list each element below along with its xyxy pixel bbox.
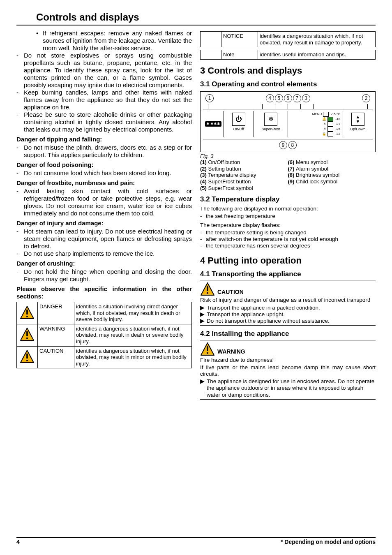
callout-2: 2 <box>362 94 370 102</box>
warning-label: WARNING <box>217 348 245 356</box>
figure-3-caption: Fig. 3 <box>200 153 376 160</box>
dash-marker: - <box>16 228 24 250</box>
hazard-label: WARNING <box>38 324 74 346</box>
hazard-label: CAUTION <box>38 346 74 368</box>
legend-item: (5) SuperFrost symbol <box>200 185 288 192</box>
danger-food-text: Do not consume food which has been store… <box>24 169 171 177</box>
onoff-label: On/Off <box>225 127 253 132</box>
legend-item: (7) Alarm symbol <box>288 166 376 172</box>
legend-item: (9) Child lock symbol <box>288 178 376 185</box>
danger-tipping-heading: Danger of tipping and falling: <box>16 136 192 143</box>
danger-crush-heading: Danger of crushing: <box>16 260 192 267</box>
s42-item-0: The appliance is designed for use in enc… <box>207 378 376 398</box>
s41-intro: Risk of injury and danger of damage as a… <box>200 297 376 303</box>
display-icon: 🔒 <box>322 132 326 136</box>
s41-item-0: Transport the appliance in a packed cond… <box>207 305 320 311</box>
hazard-label: NOTICE <box>221 32 258 47</box>
dash-marker: - <box>16 250 24 257</box>
hazard-desc: identifies a situation involving direct … <box>74 302 192 324</box>
temp-value: -25 <box>335 127 340 131</box>
legend-item: (3) Temperature display <box>200 172 288 178</box>
callout-1: 1 <box>205 94 214 102</box>
callout-5: 5 <box>275 94 283 102</box>
s42-body: If live parts or the mains lead become d… <box>200 364 376 377</box>
superfrost-label: SuperFrost <box>255 127 287 132</box>
arrow-marker: ▶ <box>200 378 207 398</box>
hazard-label: Note <box>221 50 258 60</box>
warning-rule-top <box>200 340 376 340</box>
danger-food-heading: Danger of food poisoning: <box>16 161 192 169</box>
callout-8: 8 <box>288 141 297 149</box>
dash-marker: - <box>200 213 206 220</box>
danger-crush-text: Do not hold the hinge when opening and c… <box>24 268 192 283</box>
hazard-table-right: NOTICEidentifies a dangerous situation w… <box>200 31 376 60</box>
temp-value: -32 <box>335 132 340 136</box>
dash-marker: - <box>200 236 206 243</box>
updown-icon: ▲▼ <box>351 113 364 126</box>
callout-6: 6 <box>284 94 292 102</box>
hazard-desc: identifies a dangerous situation which, … <box>258 32 376 47</box>
legend-item: (4) SuperFrost button <box>200 178 288 185</box>
s32-mid: The temperature display flashes: <box>200 222 376 229</box>
callout-9: 9 <box>279 141 287 149</box>
caution-label: CAUTION <box>217 289 244 296</box>
section-3-heading: 3 Controls and displays <box>200 65 376 76</box>
temp-row: 🔔-18 <box>291 117 340 122</box>
page-number: 4 <box>16 539 20 545</box>
danger-injury-heading: Danger of injury and damage: <box>16 220 192 227</box>
danger-frost-heading: Danger of frostbite, numbness and pain: <box>16 179 192 187</box>
arrow-marker: ▶ <box>200 318 207 324</box>
s32-l1-0: the set freezing temperature <box>206 213 275 220</box>
caution-row: CAUTION <box>200 282 376 296</box>
figure-3-diagram: 1 4 5 6 7 3 2 <box>200 91 376 152</box>
hazard-icon-cell <box>17 346 38 368</box>
left-dash-0: Do not store explosives or sprays using … <box>24 52 192 89</box>
danger-frost-text: Avoid lasting skin contact with cold sur… <box>24 187 192 217</box>
callout-3: 3 <box>302 94 310 102</box>
legend-item: (1) On/Off button <box>200 159 288 166</box>
left-dash-2: Please be sure to store alcoholic drinks… <box>24 111 192 133</box>
observe-heading: Please observe the specific information … <box>16 285 192 300</box>
s32-intro: The following are displayed in normal op… <box>200 206 376 212</box>
legend-item: (6) Menu symbol <box>288 159 376 166</box>
dash-marker: - <box>200 243 206 249</box>
power-icon: ⏻ <box>232 113 245 126</box>
dash-marker: - <box>16 111 24 133</box>
snowflake-icon: ❄ <box>264 113 277 126</box>
warning-triangle-icon <box>200 342 215 356</box>
dash-marker: - <box>200 229 206 236</box>
temp-row: ✳-21 <box>291 122 340 127</box>
warning-triangle-icon <box>20 305 35 319</box>
warning-triangle-icon <box>20 349 35 363</box>
refrigerant-bullet: • If refrigerant escapes: remove any nak… <box>36 30 192 52</box>
warning-triangle-icon <box>20 327 35 341</box>
temp-row: MENU-15 °C <box>291 112 340 117</box>
hazard-icon-cell <box>17 324 38 346</box>
footer: 4 * Depending on model and options <box>16 537 376 545</box>
callout-4: 4 <box>266 94 274 102</box>
left-column: • If refrigerant escapes: remove any nak… <box>16 30 192 400</box>
hazard-icon-cell <box>17 302 38 324</box>
temp-indicator-box <box>327 132 333 136</box>
hazard-table-left: DANGERidentifies a situation involving d… <box>16 302 192 368</box>
hazard-icon-cell <box>201 32 221 47</box>
hazard-desc: identifies useful information and tips. <box>258 50 376 60</box>
title-rule <box>16 25 376 25</box>
danger-tipping-text: Do not misuse the plinth, drawers, doors… <box>24 144 192 159</box>
arrow-marker: ▶ <box>200 311 207 318</box>
s41-item-2: Do not transport the appliance without a… <box>207 318 330 324</box>
arrow-marker: ▶ <box>200 305 207 311</box>
caution-rule-bottom <box>200 325 376 326</box>
s32-l2-2: the temperature has risen several degree… <box>206 243 310 249</box>
temp-indicator-box <box>323 112 329 117</box>
updown-label: Up/Down <box>344 127 372 132</box>
temp-value: -15 °C <box>331 112 340 116</box>
freezer-stars-icon: ✱ ✱✱✱ <box>205 121 222 127</box>
dash-marker: - <box>16 268 24 283</box>
injury-dash-1: Do not use sharp implements to remove th… <box>24 250 155 257</box>
section-3-2-heading: 3.2 Temperature display <box>200 195 376 204</box>
bullet-marker: • <box>36 30 43 52</box>
warning-triangle-icon <box>200 282 215 296</box>
dash-marker: - <box>16 144 24 159</box>
warning-row: WARNING <box>200 342 376 356</box>
